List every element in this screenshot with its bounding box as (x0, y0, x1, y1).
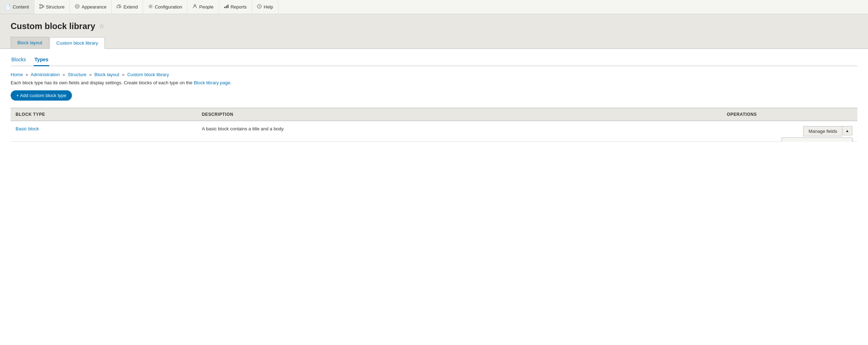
breadcrumb-block-layout[interactable]: Block layout (95, 72, 119, 77)
svg-rect-14 (227, 5, 229, 8)
svg-rect-13 (226, 6, 227, 8)
structure-icon (39, 4, 44, 10)
nav-item-structure[interactable]: Structure (34, 0, 70, 14)
breadcrumb-home[interactable]: Home (11, 72, 23, 77)
nav-label-appearance: Appearance (81, 4, 106, 10)
svg-point-11 (194, 5, 196, 6)
svg-point-10 (150, 6, 151, 7)
appearance-icon (75, 4, 80, 10)
content-icon: 📄 (5, 4, 11, 10)
svg-rect-0 (40, 4, 41, 6)
table-row: Basic blockA basic block contains a titl… (11, 121, 857, 142)
manage-fields-button[interactable]: Manage fields (803, 126, 842, 136)
extend-icon (117, 4, 122, 10)
nav-label-reports: Reports (231, 4, 247, 10)
nav-item-extend[interactable]: Extend (112, 0, 143, 14)
breadcrumb-structure[interactable]: Structure (68, 72, 86, 77)
tab-types[interactable]: Types (34, 55, 49, 66)
nav-item-people[interactable]: People (187, 0, 219, 14)
nav-label-extend: Extend (123, 4, 137, 10)
block-description: A basic block contains a title and a bod… (197, 121, 722, 142)
nav-item-configuration[interactable]: Configuration (143, 0, 187, 14)
nav-item-help[interactable]: ? Help (252, 0, 278, 14)
col-header-operations: OPERATIONS (722, 108, 857, 121)
block-library-page-link[interactable]: Block library page (194, 80, 230, 85)
secondary-tabs: Blocks Types (11, 49, 857, 66)
nav-item-appearance[interactable]: Appearance (70, 0, 112, 14)
breadcrumb-administration[interactable]: Administration (30, 72, 60, 77)
breadcrumb-custom-block-library[interactable]: Custom block library (127, 72, 169, 77)
page-header: Custom block library ☆ Block layout Cust… (0, 14, 868, 49)
svg-rect-1 (40, 7, 41, 9)
add-custom-block-type-button[interactable]: + Add custom block type (11, 90, 72, 101)
people-icon (192, 4, 197, 10)
col-header-block-type: BLOCK TYPE (11, 108, 197, 121)
primary-tabs: Block layout Custom block library (11, 37, 857, 49)
operations-dropdown: Manage form displayManage displayEditDel… (782, 137, 852, 142)
nav-item-reports[interactable]: Reports (219, 0, 252, 14)
svg-rect-8 (117, 6, 120, 8)
operations-dropdown-toggle[interactable]: ▲ (842, 126, 852, 135)
tab-blocks[interactable]: Blocks (11, 55, 27, 66)
breadcrumb: Home » Administration » Structure » Bloc… (11, 72, 857, 77)
nav-label-structure: Structure (46, 4, 65, 10)
description-text: Each block type has its own fields and d… (11, 80, 857, 85)
col-header-description: DESCRIPTION (197, 108, 722, 121)
block-type-link[interactable]: Basic block (16, 126, 39, 131)
reports-icon (224, 4, 229, 10)
nav-label-people: People (199, 4, 213, 10)
nav-label-configuration: Configuration (155, 4, 182, 10)
nav-item-content[interactable]: 📄 Content (0, 0, 34, 14)
tab-block-layout[interactable]: Block layout (11, 37, 49, 49)
favorite-star-icon[interactable]: ☆ (99, 22, 105, 30)
svg-rect-9 (120, 6, 121, 7)
operations-cell: Manage fields▲Manage form displayManage … (722, 121, 857, 142)
svg-rect-12 (224, 7, 225, 8)
nav-label-content: Content (13, 4, 29, 10)
dropdown-item-manage-form-display[interactable]: Manage form display (782, 138, 852, 142)
help-icon: ? (257, 4, 262, 10)
nav-label-help: Help (264, 4, 273, 10)
svg-text:?: ? (259, 5, 260, 9)
top-navigation: 📄 Content Structure Appearance (0, 0, 868, 14)
configuration-icon (148, 4, 153, 10)
svg-point-7 (75, 5, 79, 9)
main-content: Blocks Types Home » Administration » Str… (0, 49, 868, 142)
block-types-table: BLOCK TYPE DESCRIPTION OPERATIONS Basic … (11, 108, 857, 142)
page-title: Custom block library (11, 21, 95, 31)
tab-custom-block-library[interactable]: Custom block library (50, 37, 105, 49)
